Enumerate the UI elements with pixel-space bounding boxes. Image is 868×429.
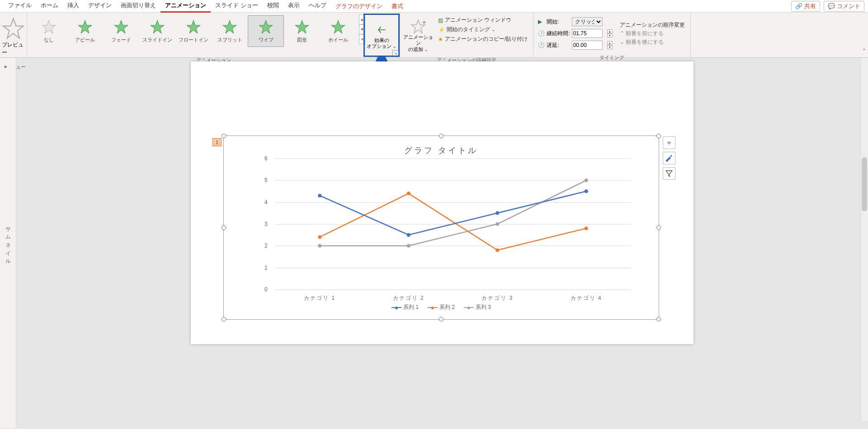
legend-item: 系列 3 bbox=[464, 303, 491, 311]
legend-item: 系列 1 bbox=[392, 303, 419, 311]
animation-effect-図形[interactable]: 図形 bbox=[284, 15, 320, 47]
context-tab-書式[interactable]: 書式 bbox=[387, 0, 408, 12]
gallery-down-button[interactable]: ▼ bbox=[359, 24, 365, 34]
svg-marker-9 bbox=[331, 20, 345, 33]
resize-handle[interactable] bbox=[656, 317, 661, 322]
collapse-ribbon-button[interactable]: ⌃ bbox=[862, 48, 866, 54]
svg-marker-7 bbox=[259, 20, 273, 33]
svg-marker-4 bbox=[151, 20, 164, 33]
animation-gallery[interactable]: なしアピールフェードスライドインフロートインスプリットワイプ図形ホイール bbox=[29, 14, 358, 47]
gallery-more-button[interactable]: ▾ bbox=[359, 34, 365, 44]
vertical-scrollbar[interactable] bbox=[861, 58, 868, 421]
animation-dialog-launcher[interactable]: ↘ bbox=[392, 50, 399, 56]
duration-input[interactable] bbox=[572, 29, 603, 38]
tab-ホーム[interactable]: ホーム bbox=[36, 0, 63, 13]
tab-校閲[interactable]: 校閲 bbox=[263, 0, 283, 13]
menu-bar: ファイルホーム挿入デザイン画面切り替えアニメーションスライド ショー校閲表示ヘル… bbox=[0, 0, 868, 13]
clock-icon: 🕑 bbox=[538, 30, 545, 37]
chart-filter-button[interactable] bbox=[663, 167, 675, 180]
move-later-button[interactable]: ⌄ 順番を後にする bbox=[620, 38, 685, 46]
thumbnail-label: サムネイル bbox=[4, 223, 12, 263]
trigger-button[interactable]: ⚡開始のタイミング ⌄ bbox=[438, 26, 528, 33]
tab-表示[interactable]: 表示 bbox=[283, 0, 304, 13]
svg-point-24 bbox=[585, 178, 588, 182]
preview-button[interactable]: プレビュー ⌄ bbox=[2, 14, 25, 62]
resize-handle[interactable] bbox=[222, 317, 226, 322]
svg-marker-8 bbox=[295, 20, 309, 33]
chart-floating-buttons: ＋ bbox=[663, 136, 675, 180]
add-animation-button[interactable]: + アニメーションの追加 ⌄ bbox=[402, 14, 434, 55]
delay-label: 遅延: bbox=[547, 42, 570, 49]
tab-スライド ショー[interactable]: スライド ショー bbox=[211, 0, 263, 13]
thumbnail-panel[interactable]: ▸ サムネイル bbox=[0, 58, 16, 428]
gallery-up-button[interactable]: ▲ bbox=[359, 14, 365, 24]
chart-title: グラフ タイトル bbox=[224, 145, 659, 156]
legend-item: 系列 2 bbox=[428, 303, 455, 311]
delay-input[interactable] bbox=[572, 41, 603, 50]
resize-handle[interactable] bbox=[439, 134, 443, 138]
svg-point-13 bbox=[318, 194, 321, 197]
start-select[interactable]: クリック時 bbox=[572, 17, 603, 26]
svg-point-17 bbox=[318, 235, 321, 239]
svg-point-21 bbox=[318, 244, 321, 247]
svg-point-15 bbox=[495, 211, 499, 215]
tab-画面切り替え[interactable]: 画面切り替え bbox=[116, 0, 160, 13]
tab-デザイン[interactable]: デザイン bbox=[84, 0, 116, 13]
resize-handle[interactable] bbox=[656, 225, 661, 230]
animation-effect-スライドイン[interactable]: スライドイン bbox=[139, 15, 175, 47]
share-button[interactable]: 🔗共有 bbox=[791, 1, 820, 12]
animation-effect-アピール[interactable]: アピール bbox=[67, 15, 103, 47]
duration-spinner[interactable]: ▲▼ bbox=[607, 29, 613, 37]
context-tab-グラフのデザイン[interactable]: グラフのデザイン bbox=[331, 0, 387, 12]
group-preview: プレビュー ⌄ プレビュー bbox=[0, 13, 27, 57]
svg-text:+: + bbox=[422, 19, 426, 26]
tab-挿入[interactable]: 挿入 bbox=[63, 0, 84, 13]
animation-effect-スプリット[interactable]: スプリット bbox=[212, 15, 248, 47]
animation-effect-フェード[interactable]: フェード bbox=[103, 15, 139, 47]
ribbon: プレビュー ⌄ プレビュー なしアピールフェードスライドインフロートインスプリッ… bbox=[0, 13, 868, 58]
animation-effect-フロートイン[interactable]: フロートイン bbox=[175, 15, 212, 47]
slide[interactable]: 1 グラフ タイトル 0123456カテゴリ 1カテゴリ 2カテゴリ 3カテゴリ… bbox=[191, 61, 693, 344]
animation-tag[interactable]: 1 bbox=[212, 138, 222, 146]
chart-legend: 系列 1系列 2系列 3 bbox=[224, 303, 659, 311]
chart-plot-area: 0123456カテゴリ 1カテゴリ 2カテゴリ 3カテゴリ 4 bbox=[260, 159, 631, 289]
resize-handle[interactable] bbox=[222, 134, 226, 138]
svg-point-22 bbox=[407, 244, 410, 247]
svg-point-19 bbox=[495, 248, 499, 252]
thumbnail-expand-button[interactable]: ▸ bbox=[5, 63, 7, 70]
animation-effect-ワイプ[interactable]: ワイプ bbox=[248, 15, 284, 47]
duration-label: 継続時間: bbox=[547, 30, 570, 37]
resize-handle[interactable] bbox=[439, 317, 443, 322]
move-earlier-button[interactable]: ⌃ 順番を前にする bbox=[620, 30, 685, 37]
svg-point-18 bbox=[407, 191, 410, 195]
reorder-header: アニメーションの順序変更 bbox=[620, 21, 685, 29]
group-timing: ▶ 開始: クリック時 🕑 継続時間: ▲▼ 🕑 遅延: ▲▼ アニメーションの… bbox=[533, 13, 690, 57]
effect-options-button[interactable]: 効果のオプション ⌄ bbox=[365, 14, 398, 55]
svg-marker-0 bbox=[3, 19, 24, 38]
comment-button[interactable]: 💬コメント bbox=[824, 1, 864, 12]
delay-spinner[interactable]: ▲▼ bbox=[607, 41, 613, 49]
chart-selection[interactable]: グラフ タイトル 0123456カテゴリ 1カテゴリ 2カテゴリ 3カテゴリ 4… bbox=[223, 135, 659, 320]
svg-point-16 bbox=[585, 190, 588, 193]
slide-editor[interactable]: 1 グラフ タイトル 0123456カテゴリ 1カテゴリ 2カテゴリ 3カテゴリ… bbox=[16, 58, 868, 428]
svg-marker-3 bbox=[114, 20, 128, 33]
animation-pane-button[interactable]: ▤アニメーション ウィンドウ bbox=[438, 16, 528, 24]
start-label: 開始: bbox=[547, 18, 570, 26]
chart-styles-button[interactable] bbox=[663, 152, 675, 164]
tab-アニメーション[interactable]: アニメーション bbox=[160, 0, 211, 13]
svg-marker-2 bbox=[78, 20, 92, 33]
animation-painter-button[interactable]: ★アニメーションのコピー/貼り付け bbox=[438, 35, 528, 43]
resize-handle[interactable] bbox=[656, 134, 661, 138]
svg-point-20 bbox=[585, 227, 588, 230]
chart-elements-button[interactable]: ＋ bbox=[663, 136, 675, 149]
svg-marker-1 bbox=[42, 20, 56, 33]
tab-ヘルプ[interactable]: ヘルプ bbox=[304, 0, 331, 13]
tab-ファイル[interactable]: ファイル bbox=[4, 0, 36, 13]
animation-effect-ホイール[interactable]: ホイール bbox=[320, 15, 356, 47]
scrollbar-thumb[interactable] bbox=[862, 157, 867, 211]
play-icon: ▶ bbox=[538, 19, 545, 25]
svg-point-14 bbox=[407, 233, 410, 237]
animation-effect-なし[interactable]: なし bbox=[31, 15, 67, 47]
gallery-scroll[interactable]: ▲ ▼ ▾ bbox=[359, 14, 365, 44]
resize-handle[interactable] bbox=[222, 225, 226, 230]
